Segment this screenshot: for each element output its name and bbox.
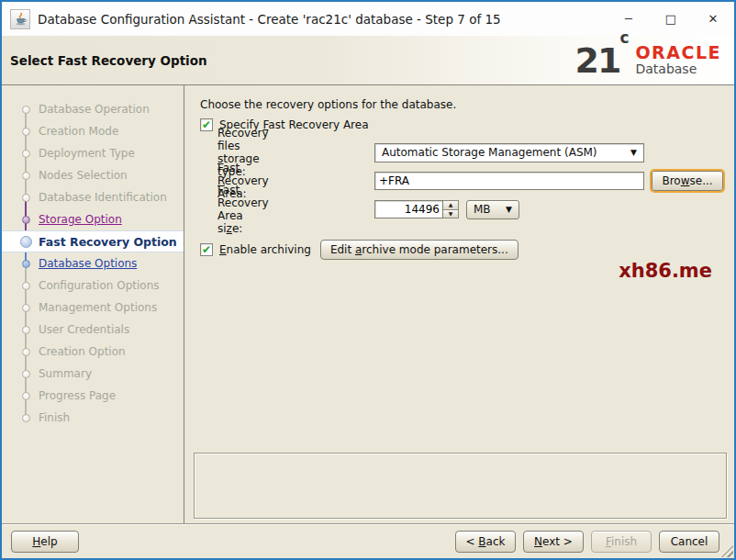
logo-product: Database bbox=[635, 62, 721, 76]
spin-up-button[interactable]: ▲ bbox=[443, 200, 459, 210]
step-dot bbox=[22, 216, 30, 224]
size-unit-select[interactable]: MB ▼ bbox=[466, 200, 519, 219]
step-dot bbox=[22, 392, 30, 400]
fra-size-label: Fast Recovery Area size: bbox=[217, 184, 269, 235]
specify-fra-checkbox[interactable]: ✔ bbox=[200, 118, 213, 131]
step-dot bbox=[22, 150, 30, 158]
maximize-button[interactable]: □ bbox=[650, 2, 692, 36]
step-dot bbox=[22, 304, 30, 312]
oracle-wordmark: ORACLE bbox=[635, 43, 721, 62]
sidebar-item-summary: Summary bbox=[2, 363, 184, 385]
page-title: Select Fast Recovery Option bbox=[10, 53, 207, 68]
next-button[interactable]: Next > bbox=[523, 531, 584, 553]
step-dot bbox=[22, 348, 30, 356]
enable-archiving-checkbox[interactable]: ✔ bbox=[200, 243, 213, 256]
browse-button[interactable]: Browse... bbox=[652, 171, 723, 191]
size-unit-value: MB bbox=[474, 203, 491, 216]
wizard-body: Database Operation Creation Mode Deploym… bbox=[2, 85, 734, 523]
sidebar-item-nodes-selection: Nodes Selection bbox=[2, 164, 184, 186]
fra-size-input[interactable] bbox=[374, 200, 443, 218]
sidebar-item-finish: Finish bbox=[2, 407, 184, 429]
dbca-window: Database Configuration Assistant - Creat… bbox=[0, 0, 736, 560]
step-dot bbox=[22, 106, 30, 114]
resize-grip[interactable] bbox=[721, 545, 733, 557]
chevron-down-icon: ▼ bbox=[630, 148, 637, 157]
back-button[interactable]: < Back bbox=[455, 531, 516, 553]
sidebar-item-deployment-type: Deployment Type bbox=[2, 142, 184, 164]
step-dot bbox=[22, 326, 30, 334]
main-panel: Choose the recovery options for the data… bbox=[184, 85, 734, 523]
step-dot bbox=[22, 370, 30, 378]
fra-path-input[interactable] bbox=[374, 172, 644, 190]
fra-size-stepper: ▲ ▼ bbox=[374, 200, 459, 218]
check-icon: ✔ bbox=[202, 119, 211, 130]
step-dot bbox=[22, 128, 30, 136]
java-coffee-icon bbox=[14, 12, 28, 26]
enable-archiving-row: ✔ Enable archiving Edit archive mode par… bbox=[200, 240, 519, 260]
sidebar-item-fast-recovery-option: Fast Recovery Option bbox=[2, 230, 184, 252]
wizard-header: Select Fast Recovery Option 21c ORACLE D… bbox=[2, 36, 734, 85]
sidebar-item-storage-option[interactable]: Storage Option bbox=[2, 208, 184, 230]
check-icon: ✔ bbox=[202, 244, 211, 255]
triangle-down-icon: ▼ bbox=[449, 211, 453, 217]
step-dot bbox=[22, 282, 30, 290]
sidebar-item-database-options[interactable]: Database Options bbox=[2, 252, 184, 274]
sidebar-item-database-identification: Database Identification bbox=[2, 186, 184, 208]
step-dot-current bbox=[20, 236, 32, 248]
window-title: Database Configuration Assistant - Creat… bbox=[38, 12, 608, 27]
step-dot bbox=[22, 194, 30, 202]
triangle-up-icon: ▲ bbox=[449, 202, 453, 207]
sidebar-item-creation-option: Creation Option bbox=[2, 341, 184, 363]
sidebar-item-management-options: Management Options bbox=[2, 297, 184, 319]
step-dot bbox=[22, 172, 30, 180]
minimize-button[interactable]: ─ bbox=[608, 2, 650, 36]
spin-down-button[interactable]: ▼ bbox=[443, 210, 459, 219]
logo-version: 21c bbox=[575, 43, 630, 78]
sidebar-item-user-credentials: User Credentials bbox=[2, 319, 184, 341]
cancel-button[interactable]: Cancel bbox=[659, 531, 719, 553]
nav-buttons: < Back Next > Finish Cancel bbox=[455, 531, 719, 553]
java-app-icon bbox=[10, 9, 30, 29]
sidebar-item-database-operation: Database Operation bbox=[2, 98, 184, 120]
storage-type-select[interactable]: Automatic Storage Management (ASM) ▼ bbox=[374, 143, 644, 162]
step-dot bbox=[22, 414, 30, 422]
chevron-down-icon: ▼ bbox=[506, 205, 512, 214]
edit-archive-mode-button[interactable]: Edit archive mode parameters... bbox=[320, 240, 519, 260]
close-button[interactable]: ✕ bbox=[692, 2, 734, 36]
message-box bbox=[194, 453, 727, 519]
page-description: Choose the recovery options for the data… bbox=[200, 98, 456, 111]
oracle-21c-logo: 21c ORACLE Database bbox=[575, 43, 722, 78]
enable-archiving-label: Enable archiving bbox=[219, 243, 311, 256]
steps-sidebar: Database Operation Creation Mode Deploym… bbox=[2, 85, 184, 523]
sidebar-item-progress-page: Progress Page bbox=[2, 385, 184, 407]
finish-button: Finish bbox=[591, 531, 652, 553]
wizard-footer: Help < Back Next > Finish Cancel bbox=[2, 523, 734, 558]
sidebar-item-configuration-options: Configuration Options bbox=[2, 274, 184, 297]
sidebar-item-creation-mode: Creation Mode bbox=[2, 120, 184, 142]
help-button[interactable]: Help bbox=[11, 531, 79, 553]
step-dot bbox=[22, 260, 30, 268]
storage-type-value: Automatic Storage Management (ASM) bbox=[382, 146, 597, 159]
watermark: xh86.me bbox=[619, 260, 712, 282]
